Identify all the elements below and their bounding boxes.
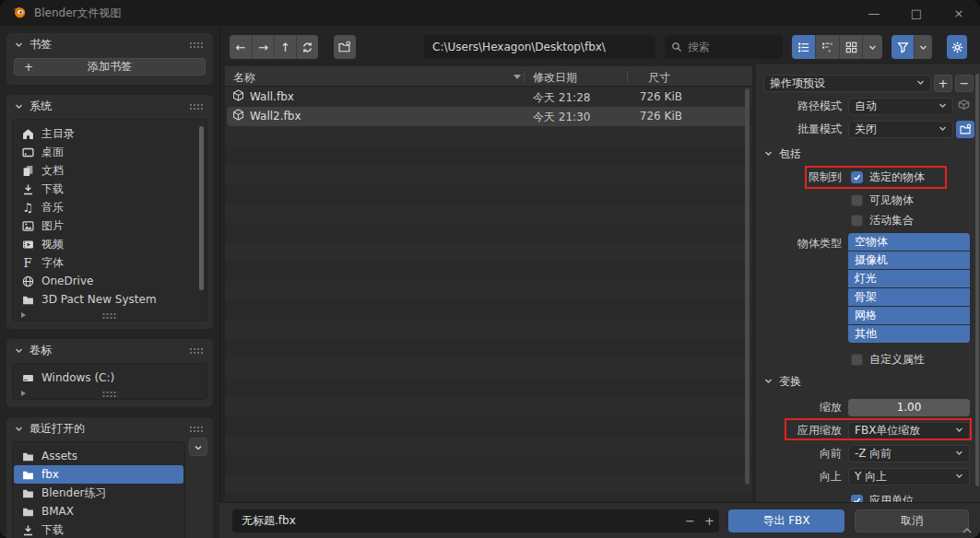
recent-panel-header[interactable]: 最近打开的 (6, 417, 213, 440)
object-type-lamp[interactable]: 灯光 (848, 270, 970, 287)
apply-unit-checkbox[interactable] (851, 495, 863, 503)
selected-objects-checkbox[interactable] (851, 171, 863, 183)
sidebar-item-bmax[interactable]: BMAX (13, 502, 184, 520)
refresh-button[interactable] (296, 35, 318, 59)
sidebar-item-windows-c[interactable]: Windows (C:) (13, 368, 207, 387)
up-axis-label: 向上 (756, 469, 842, 485)
remove-preset-button[interactable]: − (955, 75, 974, 92)
filename-input[interactable] (232, 515, 680, 528)
column-header-name[interactable]: 名称 (233, 70, 255, 86)
new-folder-button[interactable] (334, 35, 356, 59)
forward-dropdown[interactable]: -Z 向前 (848, 445, 970, 462)
active-collection-checkbox[interactable] (851, 215, 863, 227)
sidebar-item-home[interactable]: 主目录 (13, 124, 207, 143)
system-list-scrollbar[interactable] (199, 126, 204, 290)
panel-grip-icon[interactable] (189, 347, 205, 354)
file-row-wall2-fbx-selected[interactable]: Wall2.fbx 今天 21:30 726 KiB (225, 107, 752, 126)
batch-mode-dropdown[interactable]: 关闭 (848, 121, 953, 138)
add-bookmark-button[interactable]: + 添加书签 (14, 58, 206, 76)
path-mode-dropdown[interactable]: 自动 (848, 98, 953, 115)
filter-dropdown-button[interactable] (914, 35, 932, 59)
recent-options-button[interactable] (189, 438, 207, 456)
visible-objects-checkbox[interactable] (851, 194, 863, 206)
up-axis-dropdown[interactable]: Y 向上 (848, 468, 970, 485)
panel-grip-icon[interactable] (189, 103, 205, 110)
custom-properties-label[interactable]: 自定义属性 (869, 352, 925, 368)
export-fbx-button[interactable]: 导出 FBX (728, 509, 844, 532)
settings-button[interactable] (947, 35, 967, 59)
sidebar-item-fbx-selected[interactable]: fbx (14, 465, 183, 484)
object-type-camera[interactable]: 摄像机 (848, 251, 970, 269)
list-resize-handle[interactable] (13, 309, 207, 321)
search-input[interactable] (688, 41, 771, 53)
embed-textures-button[interactable] (957, 98, 971, 115)
search-field[interactable] (665, 35, 783, 59)
system-panel-header[interactable]: 系统 (6, 95, 213, 118)
apply-scalings-dropdown[interactable]: FBX单位缩放 (848, 422, 970, 439)
file-rows-area[interactable]: Wall.fbx 今天 21:28 726 KiB Wall2.fbx 今天 2… (225, 88, 752, 502)
sidebar-item-fonts[interactable]: F 字体 (13, 253, 207, 272)
parent-directory-button[interactable]: ↑ (274, 35, 296, 59)
panel-grip-icon[interactable] (189, 41, 205, 48)
column-divider[interactable] (627, 71, 628, 82)
column-header-date[interactable]: 修改日期 (533, 70, 577, 86)
active-collection-label[interactable]: 活动集合 (869, 213, 914, 228)
filename-decrement-button[interactable]: − (680, 509, 700, 532)
sidebar-item-downloads-recent[interactable]: 下载 (13, 520, 184, 538)
sidebar-item-pictures[interactable]: 图片 (13, 216, 207, 235)
sidebar-item-music[interactable]: ♫ 音乐 (13, 198, 207, 216)
maximize-button[interactable]: □ (895, 0, 938, 26)
collapse-up-icon[interactable] (962, 520, 973, 538)
export-panel-scrollbar[interactable] (975, 74, 979, 486)
chevron-down-icon (15, 423, 23, 436)
batch-own-dir-button[interactable] (956, 121, 974, 138)
sidebar-item-3d-pact-new-system[interactable]: 3D Pact New System (13, 290, 207, 309)
object-type-other[interactable]: 其他 (848, 325, 970, 343)
sidebar-divider[interactable] (219, 26, 220, 538)
add-preset-button[interactable]: + (934, 75, 952, 92)
column-header-size[interactable]: 尺寸 (648, 70, 670, 86)
path-input[interactable] (424, 35, 655, 59)
object-type-armature[interactable]: 骨架 (848, 288, 970, 306)
minimize-button[interactable]: — (853, 0, 895, 26)
filter-button[interactable] (891, 35, 914, 59)
bookmarks-panel-header[interactable]: 书签 (6, 33, 213, 56)
file-row-wall-fbx[interactable]: Wall.fbx 今天 21:28 726 KiB (225, 88, 752, 107)
apply-unit-label[interactable]: 应用单位 (869, 493, 914, 503)
sidebar-item-desktop[interactable]: 桌面 (13, 143, 207, 161)
sidebar-item-downloads[interactable]: 下载 (13, 180, 207, 198)
transform-section-header[interactable]: 变换 (756, 373, 980, 390)
display-horizontal-list-button[interactable] (815, 35, 839, 59)
display-thumbnails-button[interactable] (839, 35, 862, 59)
new-folder-icon (960, 123, 972, 135)
volumes-panel-header[interactable]: 卷标 (6, 339, 213, 362)
filename-field[interactable]: − + (232, 509, 719, 532)
sidebar-item-onedrive[interactable]: OneDrive (13, 272, 207, 290)
sidebar-item-documents[interactable]: 文档 (13, 161, 207, 180)
file-list-scrollbar[interactable] (745, 88, 750, 485)
visible-objects-row: 可见物体 (756, 191, 980, 209)
object-type-mesh[interactable]: 网格 (848, 307, 970, 324)
custom-properties-checkbox[interactable] (851, 354, 863, 366)
scale-value-field[interactable]: 1.00 (848, 399, 970, 416)
sort-descending-icon[interactable] (514, 75, 521, 79)
panel-grip-icon[interactable] (189, 426, 205, 432)
list-resize-handle[interactable] (13, 387, 207, 399)
object-type-empty[interactable]: 空物体 (848, 233, 970, 251)
column-divider[interactable] (524, 71, 525, 82)
include-section-header[interactable]: 包括 (756, 146, 980, 162)
visible-objects-label[interactable]: 可见物体 (869, 193, 914, 208)
selected-objects-label[interactable]: 选定的物体 (869, 170, 925, 185)
sidebar-item-blender-practice[interactable]: Blender练习 (13, 484, 184, 502)
sidebar-item-videos[interactable]: 视频 (13, 235, 207, 253)
close-button[interactable]: × (938, 0, 980, 26)
operator-presets-dropdown[interactable]: 操作项预设 (763, 75, 931, 92)
sidebar-item-assets[interactable]: Assets (13, 447, 184, 465)
display-mode-dropdown-button[interactable] (862, 35, 882, 59)
filename-increment-button[interactable]: + (700, 509, 719, 532)
forward-button[interactable]: → (252, 35, 274, 59)
display-vertical-list-button[interactable] (792, 35, 815, 59)
grip-icon (102, 312, 118, 319)
cancel-button[interactable]: 取消 (855, 509, 969, 532)
back-button[interactable]: ← (230, 35, 252, 59)
